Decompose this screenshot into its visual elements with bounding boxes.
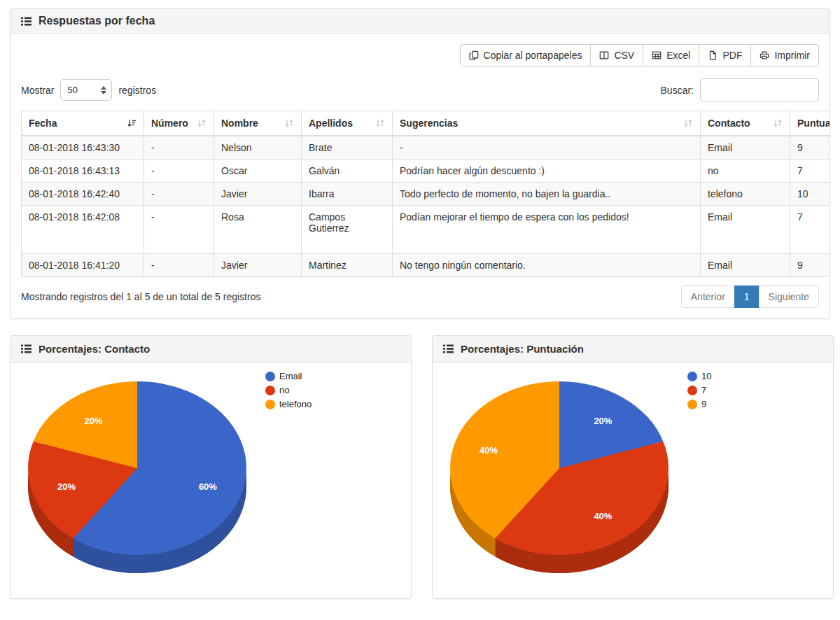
legend-swatch (687, 400, 697, 409)
puntuacion-pie-chart[interactable]: 20%40%40%1079 (433, 362, 833, 598)
table-icon (652, 50, 662, 60)
chart-title: Porcentajes: Puntuación (461, 343, 584, 355)
panel-title: Respuestas por fecha (38, 15, 155, 27)
search-input[interactable] (700, 78, 819, 101)
pdf-button[interactable]: PDF (699, 44, 751, 66)
table-container: Fecha Número (21, 111, 830, 277)
print-button[interactable]: Imprimir (750, 44, 819, 66)
pie-slice-label: 20% (594, 416, 612, 426)
table-row: 08-01-2018 16:42:08 - Rosa Campos Gutier… (22, 206, 830, 254)
table-row: 08-01-2018 16:41:20 - Javier Martinez No… (22, 254, 830, 277)
length-label-after: registros (118, 85, 156, 96)
page-length-control: Mostrar 50 registros (21, 79, 156, 101)
length-select-value: 50 (67, 85, 77, 95)
sort-desc-icon (127, 118, 136, 128)
legend-swatch (265, 386, 275, 395)
legend-label: 7 (701, 385, 706, 395)
column-header-nombre[interactable]: Nombre (214, 111, 302, 136)
puntuacion-chart-heading: Porcentajes: Puntuación (433, 336, 833, 362)
table-info: Mostrando registros del 1 al 5 de un tot… (21, 291, 260, 302)
csv-button[interactable]: CSV (590, 44, 643, 66)
sort-both-icon (375, 118, 385, 128)
copy-icon (469, 50, 479, 60)
print-button-label: Imprimir (774, 50, 810, 61)
pie-slice-label: 60% (199, 481, 217, 492)
sort-both-icon (284, 118, 294, 128)
contacto-chart-panel: Porcentajes: Contacto 60%20%20%Emailnote… (10, 335, 412, 599)
page-number-button[interactable]: 1 (734, 286, 760, 308)
legend-swatch (265, 400, 275, 409)
pdf-button-label: PDF (722, 50, 742, 61)
contacto-chart-body: 60%20%20%Emailnotelefono (10, 362, 411, 598)
legend-label: 9 (701, 399, 706, 409)
pie-slice-label: 20% (57, 481, 76, 492)
column-header-contacto[interactable]: Contacto (701, 111, 790, 136)
table-footer: Mostrando registros del 1 al 5 de un tot… (21, 286, 819, 308)
table-header-row: Fecha Número (22, 111, 830, 136)
legend-label: 10 (701, 371, 711, 381)
pie-slice-label: 20% (85, 416, 103, 426)
responses-panel-body: Copiar al portapapeles CSV (10, 34, 830, 318)
responses-table: Fecha Número (21, 111, 830, 277)
next-page-button[interactable]: Siguiente (759, 286, 819, 308)
select-stepper-icon (101, 86, 106, 94)
copy-button-label: Copiar al portapapeles (484, 50, 582, 61)
contacto-pie-chart[interactable]: 60%20%20%Emailnotelefono (10, 362, 411, 598)
column-header-fecha[interactable]: Fecha (22, 111, 144, 136)
puntuacion-chart-body: 20%40%40%1079 (433, 362, 833, 598)
column-header-apellidos[interactable]: Apellidos (302, 111, 393, 136)
legend-swatch (687, 386, 697, 395)
dashboard-page: Respuestas por fecha Copiar al portapape… (0, 0, 840, 603)
table-row: 08-01-2018 16:43:30 - Nelson Brate - Ema… (22, 136, 830, 160)
legend-label: telefono (279, 399, 312, 409)
charts-row: Porcentajes: Contacto 60%20%20%Emailnote… (10, 335, 830, 599)
search-label: Buscar: (661, 85, 694, 96)
responses-panel-heading: Respuestas por fecha (10, 9, 830, 34)
column-header-numero[interactable]: Número (144, 111, 214, 136)
previous-page-button[interactable]: Anterior (681, 286, 735, 308)
column-header-puntuacion[interactable]: Puntuación (790, 111, 830, 136)
legend-swatch (687, 372, 697, 381)
printer-icon (760, 50, 769, 60)
table-row: 08-01-2018 16:43:13 - Oscar Galván Podrí… (22, 160, 830, 183)
csv-button-label: CSV (614, 50, 634, 61)
length-label-before: Mostrar (21, 85, 54, 96)
export-button-group: Copiar al portapapeles CSV (460, 44, 819, 66)
legend-swatch (265, 372, 275, 381)
excel-button-label: Excel (666, 50, 690, 61)
contacto-chart-heading: Porcentajes: Contacto (10, 336, 411, 362)
pie-slice-label: 40% (479, 445, 498, 456)
list-icon (21, 344, 31, 354)
copy-button[interactable]: Copiar al portapapeles (460, 44, 592, 66)
list-icon (443, 344, 454, 354)
columns-icon (599, 50, 609, 60)
pagination: Anterior 1 Siguiente (681, 286, 819, 308)
file-pdf-icon (708, 50, 718, 60)
column-header-sugerencias[interactable]: Sugerencias (393, 111, 701, 136)
export-buttons-row: Copiar al portapapeles CSV (21, 44, 819, 66)
responses-panel: Respuestas por fecha Copiar al portapape… (10, 8, 830, 319)
pie-slice-label: 40% (594, 511, 612, 521)
chart-title: Porcentajes: Contacto (38, 343, 150, 355)
table-controls-row: Mostrar 50 registros Buscar: (21, 78, 819, 101)
list-icon (21, 16, 31, 27)
search-control: Buscar: (661, 78, 819, 101)
puntuacion-chart-panel: Porcentajes: Puntuación 20%40%40%1079 (432, 335, 834, 599)
length-select[interactable]: 50 (60, 79, 112, 101)
legend-label: no (279, 385, 289, 395)
sort-both-icon (683, 118, 693, 128)
sort-both-icon (197, 118, 206, 128)
table-row: 08-01-2018 16:42:40 - Javier Ibarra Todo… (22, 183, 830, 206)
sort-both-icon (773, 118, 783, 128)
excel-button[interactable]: Excel (643, 44, 699, 66)
legend-label: Email (279, 371, 302, 381)
